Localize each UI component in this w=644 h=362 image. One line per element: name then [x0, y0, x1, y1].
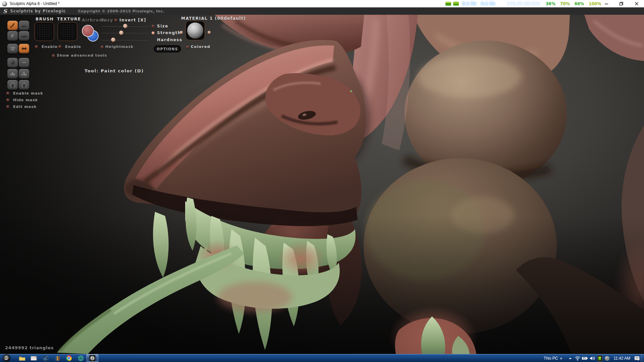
- hide-mask-toggle[interactable]: Hide mask: [6, 98, 38, 102]
- sphere-icon: [10, 60, 16, 65]
- size-label: Size: [157, 24, 168, 28]
- taskbar-library-books[interactable]: [51, 354, 63, 362]
- texture-section-label: TEXTURE: [57, 17, 81, 21]
- minimize-button[interactable]: [599, 0, 614, 7]
- hardness-slider-knob[interactable]: [111, 38, 115, 42]
- toolbar-chevron[interactable]: »: [560, 356, 562, 361]
- material-thumbnail[interactable]: [185, 21, 205, 40]
- plane-icon: [21, 60, 27, 65]
- edit-mask-checkbox[interactable]: [6, 105, 9, 108]
- symmetry-toggle-button[interactable]: [18, 44, 30, 54]
- green-battery-icon: [597, 355, 602, 362]
- strength-slider-knob[interactable]: [119, 31, 123, 35]
- edit-mask-toggle[interactable]: Edit mask: [6, 105, 37, 109]
- brush-enable-checkbox[interactable]: [35, 45, 38, 48]
- options-button[interactable]: OPTIONS: [154, 45, 181, 53]
- show-advanced-checkbox[interactable]: [52, 54, 55, 57]
- books-icon: [54, 355, 60, 361]
- import-obj-icon: ▲OBJ: [10, 72, 15, 76]
- flatten-tool-button[interactable]: F: [7, 31, 18, 41]
- globe-icon: [43, 355, 49, 361]
- start-button[interactable]: [3, 354, 10, 362]
- smooth-tool-button[interactable]: [18, 31, 30, 41]
- taskbar-clock[interactable]: 11:42 AM: [613, 356, 630, 361]
- material-sphere-preview: [187, 22, 203, 39]
- new-sphere-button[interactable]: [7, 58, 18, 68]
- open-file-button[interactable]: [7, 80, 18, 90]
- clay-bump-tool-button[interactable]: [18, 20, 30, 31]
- stat-percent: 36%: [546, 1, 555, 6]
- texture-enable-toggle[interactable]: Enable: [58, 45, 81, 49]
- size-checkbox[interactable]: [152, 25, 155, 28]
- import-obj-button[interactable]: ▲OBJ: [7, 69, 18, 79]
- strength-checkbox[interactable]: [152, 32, 155, 35]
- taskbar-file-explorer[interactable]: [16, 354, 28, 362]
- taskbar-chrome-browser[interactable]: [63, 354, 75, 362]
- restore-icon: [619, 2, 624, 6]
- brush-thumbnail[interactable]: [35, 22, 54, 41]
- taskbar: This PC »: [0, 354, 644, 362]
- foreground-color-circle[interactable]: [82, 25, 94, 37]
- strength-slider[interactable]: [101, 31, 149, 35]
- enable-mask-toggle[interactable]: Enable mask: [6, 91, 43, 96]
- show-advanced-label[interactable]: Show advanced tools: [57, 53, 107, 58]
- heightmask-label[interactable]: Heightmask: [105, 45, 133, 49]
- window-controls: [599, 0, 644, 7]
- texture-enable-checkbox[interactable]: [58, 45, 61, 48]
- hidden-icons-button[interactable]: [567, 354, 574, 362]
- net-up-rate: 0.1 kb: [481, 1, 495, 6]
- sculpt-scene: [0, 15, 644, 354]
- taskbar-media-app[interactable]: [75, 354, 87, 362]
- triangle-count: 2449992 triangles: [5, 345, 54, 350]
- paint-brush-tool-button[interactable]: [7, 20, 18, 31]
- invert-checkbox[interactable]: [114, 19, 117, 22]
- wifi-tray-icon[interactable]: [574, 354, 581, 362]
- save-file-button[interactable]: [18, 80, 30, 90]
- tray-sphere-icon[interactable]: [603, 354, 611, 362]
- new-plane-button[interactable]: [18, 58, 30, 68]
- battery-monitor-tray-icon[interactable]: [596, 354, 603, 362]
- hide-mask-checkbox[interactable]: [6, 99, 9, 102]
- ip-address: 172.31.98.210: [507, 1, 540, 6]
- viewport-canvas[interactable]: [0, 15, 644, 354]
- restore-button[interactable]: [614, 0, 629, 7]
- texture-thumbnail[interactable]: [58, 22, 77, 41]
- hardness-slider-track[interactable]: [101, 40, 149, 40]
- this-pc-label[interactable]: This PC: [544, 356, 558, 361]
- lazy-option[interactable]: Lazy: [101, 18, 113, 22]
- taskbar-sculptris-app[interactable]: [87, 354, 98, 362]
- material-next-dot[interactable]: [208, 31, 211, 34]
- colored-label[interactable]: Colored: [191, 45, 210, 49]
- colored-checkbox[interactable]: [186, 46, 189, 49]
- enable-mask-checkbox[interactable]: [6, 92, 9, 95]
- hardness-slider[interactable]: [101, 38, 149, 42]
- battery-tray-icon[interactable]: [581, 354, 589, 362]
- brush-enable-toggle[interactable]: Enable: [35, 45, 58, 49]
- size-slider[interactable]: [101, 24, 149, 28]
- up-arrow-icon: [569, 357, 572, 360]
- invert-label[interactable]: Invert [X]: [119, 18, 146, 22]
- size-slider-knob[interactable]: [123, 24, 127, 28]
- app-window-icon: [2, 1, 7, 6]
- flatten-label: F: [11, 34, 14, 39]
- folder-icon: [19, 356, 25, 361]
- clay-bump-icon: [21, 23, 27, 28]
- touch-keyboard-icon: [634, 356, 640, 361]
- material-prev-dot[interactable]: [180, 31, 183, 34]
- volume-tray-icon[interactable]: [589, 354, 596, 362]
- export-obj-button[interactable]: ▼OBJ: [18, 69, 30, 79]
- net-graph-icon: [453, 2, 459, 6]
- strength-slider-track[interactable]: [101, 33, 149, 33]
- paint-color-swatch[interactable]: [82, 25, 99, 42]
- wireframe-toggle-button[interactable]: [7, 44, 18, 54]
- heightmask-checkbox[interactable]: [101, 46, 104, 49]
- stat-percent: 70%: [560, 1, 570, 6]
- close-button[interactable]: [629, 0, 644, 7]
- copyright-text: Copyright © 2009-2015 Pixologic, Inc.: [78, 9, 165, 13]
- touch-keyboard-button[interactable]: [634, 354, 641, 362]
- show-desktop-button[interactable]: [641, 354, 644, 362]
- taskbar-mail-app[interactable]: [28, 354, 40, 362]
- taskbar-browser-globe[interactable]: [40, 354, 51, 362]
- this-pc-toolbar[interactable]: This PC »: [544, 356, 562, 361]
- wireframe-icon: [10, 46, 16, 51]
